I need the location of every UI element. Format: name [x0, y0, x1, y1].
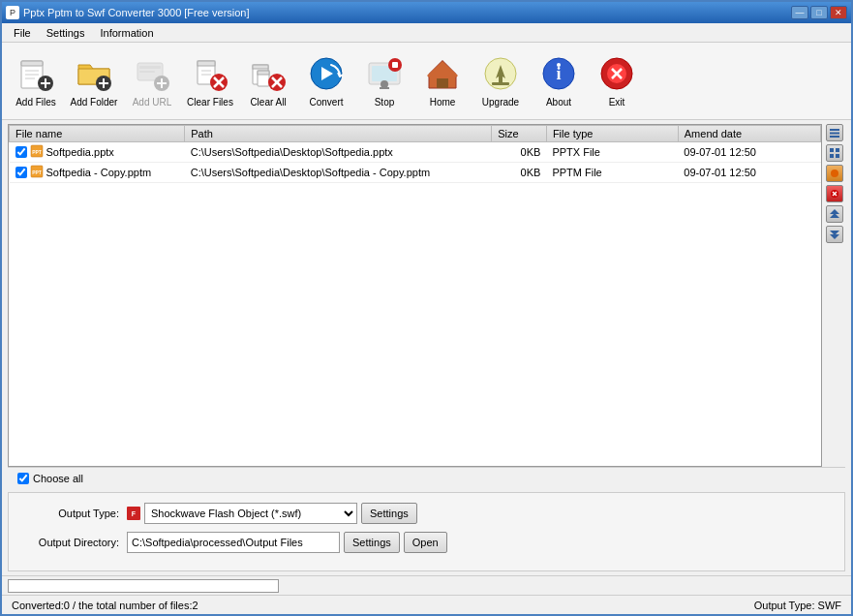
file-name-cell: PPTSoftpedia - Copy.pptm [10, 163, 185, 183]
maximize-button[interactable]: □ [810, 6, 828, 19]
window-title: Pptx Pptm to Swf Converter 3000 [Free ve… [23, 7, 250, 18]
svg-rect-55 [830, 136, 839, 138]
file-type-cell: PPTX File [546, 142, 678, 163]
side-btn-up-double[interactable] [826, 205, 843, 223]
output-panel: Output Type: F Shockwave Flash Object (*… [8, 492, 845, 571]
file-checkbox[interactable] [15, 146, 27, 158]
clear-files-label: Clear Files [187, 97, 233, 108]
choose-all-row: Choose all [8, 467, 845, 488]
output-type-label: Output Type: [22, 508, 119, 519]
exit-label: Exit [609, 97, 625, 108]
stop-button[interactable]: Stop [356, 47, 412, 115]
upgrade-button[interactable]: Upgrade [472, 47, 529, 115]
file-type-cell: PPTM File [546, 163, 678, 183]
choose-all-label[interactable]: Choose all [33, 473, 83, 484]
clear-files-icon [191, 54, 229, 93]
choose-all-checkbox[interactable] [17, 473, 29, 484]
clear-files-button[interactable]: Clear Files [182, 47, 238, 115]
stop-label: Stop [375, 97, 395, 108]
side-btn-red[interactable] [826, 185, 843, 202]
title-bar-left: P Pptx Pptm to Swf Converter 3000 [Free … [6, 6, 250, 19]
output-open-btn[interactable]: Open [404, 532, 447, 553]
svg-rect-57 [836, 148, 839, 152]
file-type-icon: PPT [30, 144, 44, 160]
content-area: File name Path Size File type [2, 120, 851, 614]
file-size-cell: 0KB [492, 142, 547, 163]
col-header-date: Amend date [678, 126, 820, 142]
title-bar: P Pptx Pptm to Swf Converter 3000 [Free … [2, 2, 851, 23]
output-dir-settings-btn[interactable]: Settings [344, 532, 400, 553]
output-dir-input[interactable] [127, 532, 340, 553]
file-name-text: Softpedia - Copy.pptm [46, 167, 152, 178]
file-date-cell: 09-07-01 12:50 [678, 142, 820, 163]
convert-label: Convert [309, 97, 343, 108]
output-type-settings-btn[interactable]: Settings [361, 503, 417, 524]
minimize-button[interactable]: — [791, 6, 808, 19]
add-url-button[interactable]: Add URL [124, 47, 180, 115]
svg-rect-41 [492, 82, 509, 85]
side-btn-orange[interactable] [826, 165, 843, 182]
col-header-path: Path [185, 126, 492, 142]
exit-button[interactable]: Exit [589, 47, 645, 115]
table-row: PPTSoftpedia.pptxC:\Users\Softpedia\Desk… [10, 142, 821, 163]
side-btn-down-double[interactable] [826, 226, 843, 243]
svg-text:PPT: PPT [32, 149, 42, 155]
svg-rect-53 [830, 129, 839, 131]
file-type-icon: PPT [30, 165, 44, 180]
home-label: Home [430, 97, 456, 108]
file-list-wrapper: File name Path Size File type [8, 124, 822, 467]
file-path-cell: C:\Users\Softpedia\Desktop\Softpedia - C… [185, 163, 492, 183]
file-path-cell: C:\Users\Softpedia\Desktop\Softpedia.ppt… [185, 142, 492, 163]
clear-all-button[interactable]: Clear All [240, 47, 296, 115]
add-files-label: Add Files [15, 97, 56, 108]
home-button[interactable]: Home [414, 47, 471, 115]
swf-icon: F [127, 507, 140, 520]
svg-rect-18 [198, 61, 215, 66]
add-files-icon [16, 54, 55, 93]
file-name-cell: PPTSoftpedia.pptx [10, 142, 185, 163]
add-folder-icon [75, 54, 113, 93]
file-area-inner: File name Path Size File type [8, 124, 845, 467]
svg-rect-27 [258, 71, 269, 75]
output-type-row: Output Type: F Shockwave Flash Object (*… [22, 503, 831, 524]
output-select-wrapper: F Shockwave Flash Object (*.swf) Setting… [127, 503, 417, 524]
svg-rect-25 [253, 65, 268, 69]
convert-button[interactable]: Convert [298, 47, 354, 115]
converted-status: Converted:0 / the total number of files:… [12, 600, 198, 611]
clear-all-label: Clear All [250, 97, 286, 108]
output-dir-label: Output Directory: [22, 537, 119, 548]
col-header-filename: File name [10, 126, 185, 142]
progress-area [2, 575, 851, 595]
svg-rect-12 [139, 66, 161, 69]
side-btn-image[interactable] [826, 144, 843, 162]
menu-information[interactable]: Information [92, 25, 161, 41]
output-dir-wrapper: Settings Open [127, 532, 447, 553]
clear-all-icon [249, 54, 288, 93]
add-files-button[interactable]: Add Files [8, 47, 64, 115]
about-button[interactable]: i About [531, 47, 587, 115]
svg-point-34 [381, 80, 388, 88]
svg-text:PPT: PPT [32, 169, 42, 175]
menu-settings[interactable]: Settings [39, 25, 93, 41]
add-folder-button[interactable]: Add Folder [66, 47, 122, 115]
file-area-section: File name Path Size File type [2, 120, 851, 488]
output-dir-row: Output Directory: Settings Open [22, 532, 831, 553]
svg-rect-54 [830, 133, 839, 135]
close-button[interactable]: ✕ [830, 6, 847, 19]
add-url-label: Add URL [133, 97, 172, 108]
file-size-cell: 0KB [492, 163, 547, 183]
side-btn-list[interactable] [826, 124, 843, 141]
about-icon: i [539, 54, 578, 93]
file-name-text: Softpedia.pptx [46, 146, 114, 158]
menu-file[interactable]: File [6, 25, 39, 41]
output-type-select[interactable]: Shockwave Flash Object (*.swf) [144, 503, 357, 524]
svg-point-60 [831, 169, 838, 177]
status-bar: Converted:0 / the total number of files:… [2, 595, 851, 614]
svg-rect-13 [139, 71, 155, 73]
file-checkbox[interactable] [15, 167, 27, 178]
menu-bar: File Settings Information [2, 23, 851, 43]
svg-rect-59 [836, 154, 839, 158]
add-folder-label: Add Folder [71, 97, 118, 108]
about-label: About [546, 97, 571, 108]
file-table: File name Path Size File type [9, 125, 821, 183]
